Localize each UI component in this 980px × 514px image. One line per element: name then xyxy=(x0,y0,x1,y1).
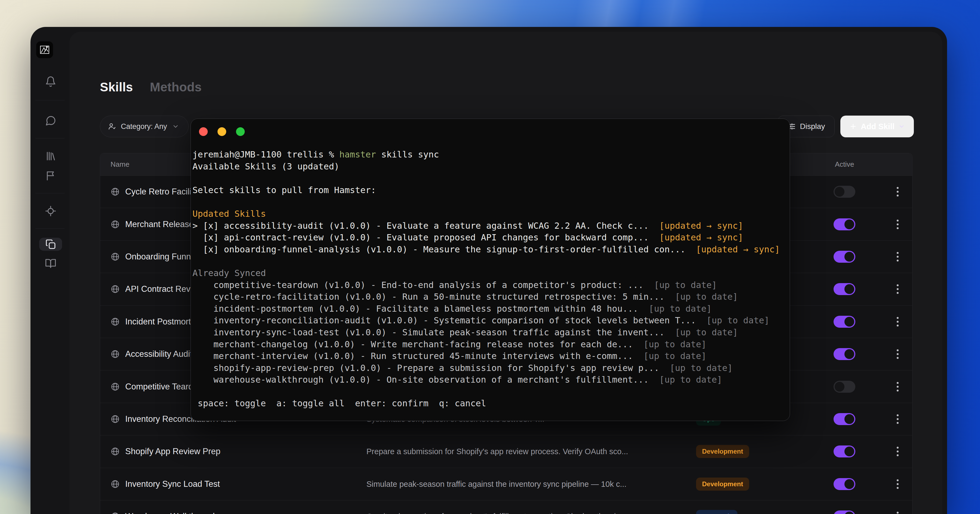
column-header-name: Name xyxy=(111,160,129,169)
active-toggle[interactable] xyxy=(834,348,855,360)
active-toggle[interactable] xyxy=(834,478,855,490)
row-menu-button[interactable] xyxy=(894,476,901,492)
category-badge: Development xyxy=(696,445,749,458)
add-skill-button[interactable]: Add Skill xyxy=(840,116,914,137)
globe-icon xyxy=(111,414,120,424)
flag-icon[interactable] xyxy=(44,169,57,182)
table-row[interactable]: Inventory Sync Load Test Simulate peak-s… xyxy=(100,468,912,500)
library-icon[interactable] xyxy=(44,149,57,163)
column-header-active: Active xyxy=(835,160,854,169)
app-logo[interactable] xyxy=(36,41,53,58)
user-icon xyxy=(108,122,116,130)
globe-icon xyxy=(111,349,120,359)
close-icon[interactable] xyxy=(199,127,208,136)
tab-skills[interactable]: Skills xyxy=(100,80,133,94)
tab-methods[interactable]: Methods xyxy=(150,80,202,94)
table-row[interactable]: Shopify App Review Prep Prepare a submis… xyxy=(100,435,912,468)
display-button-label: Display xyxy=(800,122,825,131)
page-tabs: Skills Methods xyxy=(100,80,202,94)
active-toggle[interactable] xyxy=(834,511,855,514)
sidebar-divider xyxy=(35,100,65,100)
sidebar-divider xyxy=(35,228,65,229)
book-open-icon[interactable] xyxy=(44,257,57,270)
toggle-knob xyxy=(845,512,854,514)
active-toggle[interactable] xyxy=(834,186,855,198)
category-filter-label: Category: Any xyxy=(121,122,167,131)
skill-description: On-site observation of a merchant's fulf… xyxy=(366,512,622,514)
plus-icon xyxy=(850,123,857,130)
skill-name: Inventory Sync Load Test xyxy=(125,479,220,489)
row-menu-button[interactable] xyxy=(894,347,901,362)
row-menu-button[interactable] xyxy=(894,184,901,199)
desktop: Skills Methods Category: Any xyxy=(0,0,980,514)
toggle-knob xyxy=(845,479,854,489)
toggle-knob xyxy=(845,219,854,229)
category-badge: Development xyxy=(696,478,749,490)
row-menu-button[interactable] xyxy=(894,217,901,232)
active-toggle[interactable] xyxy=(834,251,855,263)
toggle-knob xyxy=(845,317,854,327)
mountain-logo-icon xyxy=(39,44,51,56)
globe-icon xyxy=(111,317,120,326)
skill-name: Warehouse Walkthrough xyxy=(125,512,218,514)
skill-name: Shopify App Review Prep xyxy=(125,447,221,456)
minimize-icon[interactable] xyxy=(218,127,226,136)
active-toggle[interactable] xyxy=(834,446,855,457)
globe-icon xyxy=(111,220,120,229)
globe-icon xyxy=(111,479,120,489)
terminal-window[interactable]: jeremiah@JMB-1100 trellis % hamster skil… xyxy=(191,119,790,421)
active-toggle[interactable] xyxy=(834,381,855,393)
globe-icon xyxy=(111,382,120,391)
row-menu-button[interactable] xyxy=(894,314,901,329)
active-toggle[interactable] xyxy=(834,218,855,230)
globe-icon xyxy=(111,252,120,261)
chevron-down-icon xyxy=(898,123,905,130)
skills-pages-icon[interactable] xyxy=(39,238,62,251)
row-menu-button[interactable] xyxy=(894,444,901,459)
toggle-knob xyxy=(835,187,845,197)
category-filter[interactable]: Category: Any xyxy=(100,116,189,137)
toggle-knob xyxy=(845,414,854,424)
row-menu-button[interactable] xyxy=(894,509,901,514)
globe-icon xyxy=(111,447,120,456)
locate-icon[interactable] xyxy=(44,205,57,217)
active-toggle[interactable] xyxy=(834,413,855,425)
chat-icon[interactable] xyxy=(44,114,57,127)
table-row[interactable]: Warehouse Walkthrough On-site observatio… xyxy=(100,500,912,514)
terminal-titlebar xyxy=(199,127,245,136)
globe-icon xyxy=(111,187,120,196)
toggle-knob xyxy=(845,284,854,294)
active-toggle[interactable] xyxy=(834,316,855,328)
bell-icon[interactable] xyxy=(44,75,57,88)
toggle-knob xyxy=(835,382,845,392)
row-menu-button[interactable] xyxy=(894,249,901,264)
toggle-knob xyxy=(845,252,854,262)
row-menu-button[interactable] xyxy=(894,282,901,297)
sidebar xyxy=(30,27,69,514)
category-badge: Research xyxy=(696,510,737,514)
sidebar-divider xyxy=(35,193,65,194)
globe-icon xyxy=(111,512,120,514)
active-toggle[interactable] xyxy=(834,283,855,295)
toggle-knob xyxy=(845,349,854,359)
row-menu-button[interactable] xyxy=(894,379,901,394)
maximize-icon[interactable] xyxy=(236,127,245,136)
row-menu-button[interactable] xyxy=(894,411,901,427)
terminal-output: jeremiah@JMB-1100 trellis % hamster skil… xyxy=(192,149,789,409)
add-skill-button-label: Add Skill xyxy=(861,122,894,131)
sidebar-divider xyxy=(35,138,65,138)
skill-description: Simulate peak-season traffic against the… xyxy=(366,479,626,489)
skill-description: Prepare a submission for Shopify's app r… xyxy=(366,447,628,456)
chevron-down-icon xyxy=(172,123,179,130)
globe-icon xyxy=(111,284,120,294)
skill-name: Accessibility Audit xyxy=(125,349,192,359)
toggle-knob xyxy=(845,447,854,456)
